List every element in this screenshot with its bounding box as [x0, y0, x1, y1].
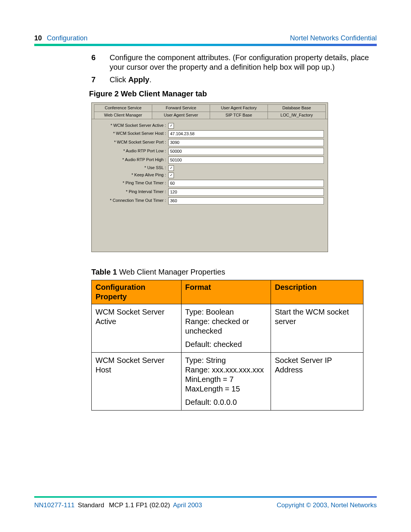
tab-forward-service[interactable]: Forward Service: [152, 104, 210, 112]
form-row: * WCM Socket Server Host :47.104.23.58: [96, 130, 324, 137]
form-row: * WCM Socket Server Active :✓: [96, 123, 324, 129]
tab-sip-tcf-base[interactable]: SIP TCF Base: [210, 112, 268, 119]
table-caption-rest: Web Client Manager Properties: [117, 268, 225, 276]
cell-property: WCM Socket Server Host: [92, 352, 182, 410]
text-input[interactable]: 120: [168, 189, 324, 196]
tab-web-client-manager[interactable]: Web Client Manager: [94, 112, 152, 119]
form-row: * Audio RTP Port High :50100: [96, 157, 324, 164]
doc-standard: Standard: [78, 502, 104, 509]
tab-database-base[interactable]: Database Base: [268, 104, 326, 112]
footer-rule: [34, 496, 377, 498]
field-label: * Audio RTP Port High :: [96, 157, 168, 163]
step-text: Click Apply.: [110, 75, 151, 85]
checkbox[interactable]: ✓: [168, 173, 174, 178]
step-number: 6: [91, 53, 110, 72]
confidential-label: Nortel Networks Confidential: [290, 34, 377, 42]
text-input[interactable]: 47.104.23.58: [168, 130, 324, 137]
form-row: * WCM Socket Server Port :3090: [96, 139, 324, 146]
footer-left: NN10277-111 Standard MCP 1.1 FP1 (02.02)…: [34, 502, 202, 509]
doc-id: NN10277-111: [34, 502, 75, 509]
col-header-property: Configuration Property: [92, 280, 182, 304]
table-caption-bold: Table 1: [91, 268, 117, 276]
form-row: * Ping Time Out Timer :60: [96, 180, 324, 187]
text-input[interactable]: 50000: [168, 148, 324, 155]
text-input[interactable]: 360: [168, 197, 324, 204]
doc-date: April 2003: [173, 502, 202, 509]
table-row: WCM Socket Server HostType: StringRange:…: [92, 352, 363, 410]
step-text-prefix: Click: [110, 75, 128, 84]
text-input[interactable]: 3090: [168, 139, 324, 146]
cell-format: Type: StringRange: xxx.xxx.xxx.xxxMinLen…: [181, 352, 271, 410]
field-label: * WCM Socket Server Port :: [96, 140, 168, 145]
properties-table: Configuration Property Format Descriptio…: [91, 280, 363, 411]
step-text: Configure the component attributes. (For…: [110, 53, 377, 72]
field-label: * WCM Socket Server Host :: [96, 131, 168, 136]
field-label: * Audio RTP Port Low :: [96, 149, 168, 154]
form-row: * Use SSL :✓: [96, 165, 324, 171]
field-label: * Keep Alive Ping :: [96, 173, 168, 178]
table-caption: Table 1 Web Client Manager Properties: [91, 267, 377, 277]
section-title: Configuration: [47, 34, 88, 42]
copyright: Copyright © 2003, Nortel Networks: [277, 502, 377, 509]
table-row: WCM Socket Server ActiveType: BooleanRan…: [92, 304, 363, 352]
figure-caption: Figure 2 Web Client Manager tab: [89, 89, 377, 99]
wcm-panel: Conference Service Forward Service User …: [91, 102, 328, 252]
field-label: * Ping Time Out Timer :: [96, 181, 168, 186]
step-text-bold: Apply: [128, 75, 150, 84]
tab-user-agent-server[interactable]: User Agent Server: [152, 112, 210, 119]
wcm-form: * WCM Socket Server Active :✓* WCM Socke…: [92, 119, 328, 252]
checkbox[interactable]: ✓: [168, 165, 174, 171]
cell-description: Start the WCM socket server: [271, 304, 363, 352]
col-header-format: Format: [181, 280, 271, 304]
doc-version: MCP 1.1 FP1 (02.02): [109, 502, 170, 509]
col-header-description: Description: [271, 280, 363, 304]
header-rule: [34, 44, 377, 46]
field-label: * Use SSL :: [96, 165, 168, 171]
field-label: * WCM Socket Server Active :: [96, 123, 168, 128]
tab-loc-iw-factory[interactable]: LOC_IW_Factory: [268, 112, 326, 119]
step-6: 6 Configure the component attributes. (F…: [91, 53, 377, 72]
form-row: * Ping Interval Timer :120: [96, 189, 324, 196]
step-text-suffix: .: [149, 75, 151, 84]
text-input[interactable]: 50100: [168, 157, 324, 164]
form-row: * Connection Time Out Timer :360: [96, 197, 324, 204]
form-row: * Audio RTP Port Low :50000: [96, 148, 324, 155]
cell-format: Type: BooleanRange: checked or unchecked…: [181, 304, 271, 352]
text-input[interactable]: 60: [168, 180, 324, 187]
field-label: * Ping Interval Timer :: [96, 189, 168, 195]
checkbox[interactable]: ✓: [168, 123, 174, 129]
cell-property: WCM Socket Server Active: [92, 304, 182, 352]
page-number: 10: [34, 34, 42, 42]
tab-conference-service[interactable]: Conference Service: [94, 104, 152, 112]
step-7: 7 Click Apply.: [91, 75, 377, 85]
cell-description: Socket Server IP Address: [271, 352, 363, 410]
page-header-left: 10 Configuration: [34, 34, 88, 42]
field-label: * Connection Time Out Timer :: [96, 198, 168, 203]
form-row: * Keep Alive Ping :✓: [96, 173, 324, 178]
tab-bar: Conference Service Forward Service User …: [92, 103, 328, 119]
tab-user-agent-factory[interactable]: User Agent Factory: [210, 104, 268, 112]
step-number: 7: [91, 75, 110, 85]
